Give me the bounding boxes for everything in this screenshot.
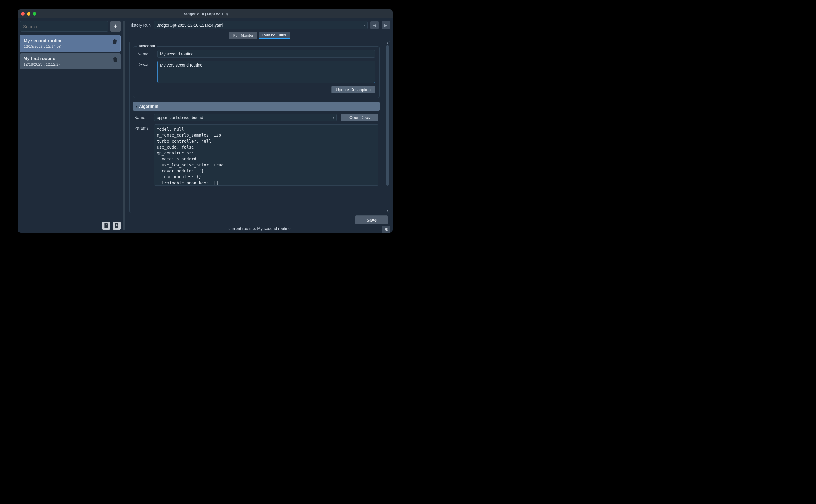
name-label: Name	[137, 50, 153, 56]
algorithm-title: Algorithm	[139, 104, 158, 109]
algorithm-params-text[interactable]: model: null n_monte_carlo_samples: 128 t…	[154, 124, 378, 186]
chevron-down-icon: ▾	[333, 116, 334, 119]
algo-params-label: Params	[134, 124, 150, 130]
scroll-up-icon[interactable]: ▲	[386, 42, 389, 45]
settings-button[interactable]	[382, 226, 390, 233]
chevron-down-icon: ▾	[135, 104, 137, 108]
scroll-down-icon[interactable]: ▼	[386, 209, 389, 212]
tab-routine-editor[interactable]: Routine Editor	[259, 32, 290, 39]
chevron-down-icon: ▾	[363, 24, 365, 27]
history-run-label: History Run	[129, 23, 151, 28]
history-run-value: BadgerOpt-2023-12-18-121624.yaml	[156, 23, 223, 28]
metadata-legend: Metadata	[137, 44, 157, 48]
editor-scrollbar[interactable]: ▲ ▼	[385, 41, 390, 213]
update-description-button[interactable]: Update Description	[331, 86, 375, 93]
algo-name-label: Name	[134, 114, 150, 120]
plus-icon: +	[114, 23, 118, 30]
routine-date: 12/18/2023 , 12:12:27	[23, 62, 61, 67]
algorithm-section-header[interactable]: ▾ Algorithm	[133, 102, 380, 111]
open-docs-button[interactable]: Open Docs	[341, 114, 378, 121]
window-title: Badger v1.0 (Xopt v2.1.0)	[18, 12, 393, 16]
history-next-button[interactable]: ▶	[382, 21, 390, 29]
status-bar: current routine: My second routine	[228, 226, 290, 231]
algorithm-select[interactable]: upper_confidence_bound ▾	[154, 114, 337, 121]
algorithm-body: Name upper_confidence_bound ▾ Open Docs …	[133, 111, 380, 186]
scroll-thumb[interactable]	[386, 45, 389, 186]
file-import-icon	[115, 223, 119, 228]
algorithm-select-value: upper_confidence_bound	[157, 115, 203, 120]
titlebar: Badger v1.0 (Xopt v2.1.0)	[18, 9, 393, 18]
history-run-select[interactable]: BadgerOpt-2023-12-18-121624.yaml ▾	[154, 21, 368, 29]
gear-icon	[384, 227, 388, 231]
routine-list: My second routine 12/18/2023 , 12:14:58 …	[20, 35, 121, 219]
metadata-group: Metadata Name Descr My very second routi…	[133, 46, 380, 98]
app-window: Badger v1.0 (Xopt v2.1.0) + My second ro…	[18, 9, 393, 233]
import-button[interactable]	[113, 222, 121, 230]
descr-label: Descr	[137, 61, 153, 67]
main-panel: History Run BadgerOpt-2023-12-18-121624.…	[125, 18, 393, 233]
add-routine-button[interactable]: +	[110, 21, 121, 32]
routine-item[interactable]: My second routine 12/18/2023 , 12:14:58	[20, 35, 121, 52]
routine-name: My first routine	[23, 56, 61, 61]
history-prev-button[interactable]: ◀	[370, 21, 379, 29]
search-input[interactable]	[20, 21, 108, 32]
main-tabs: Run Monitor Routine Editor	[129, 32, 390, 39]
save-button[interactable]: Save	[355, 215, 388, 224]
trash-icon[interactable]	[113, 57, 117, 62]
routine-item[interactable]: My first routine 12/18/2023 , 12:12:27	[20, 53, 121, 69]
file-export-icon	[104, 223, 108, 228]
routine-date: 12/18/2023 , 12:14:58	[24, 44, 63, 49]
routine-descr-input[interactable]: My very second routine!	[157, 61, 375, 83]
chevron-right-icon: ▶	[384, 23, 387, 28]
sidebar: + My second routine 12/18/2023 , 12:14:5…	[18, 18, 123, 233]
export-button[interactable]	[102, 222, 110, 230]
routine-name: My second routine	[24, 38, 63, 43]
chevron-left-icon: ◀	[373, 23, 376, 28]
routine-editor-panel: Metadata Name Descr My very second routi…	[129, 41, 390, 213]
split-divider[interactable]	[123, 21, 125, 230]
tab-run-monitor[interactable]: Run Monitor	[229, 32, 257, 39]
routine-name-input[interactable]	[157, 50, 375, 58]
trash-icon[interactable]	[113, 39, 117, 44]
app-body: + My second routine 12/18/2023 , 12:14:5…	[18, 18, 393, 233]
